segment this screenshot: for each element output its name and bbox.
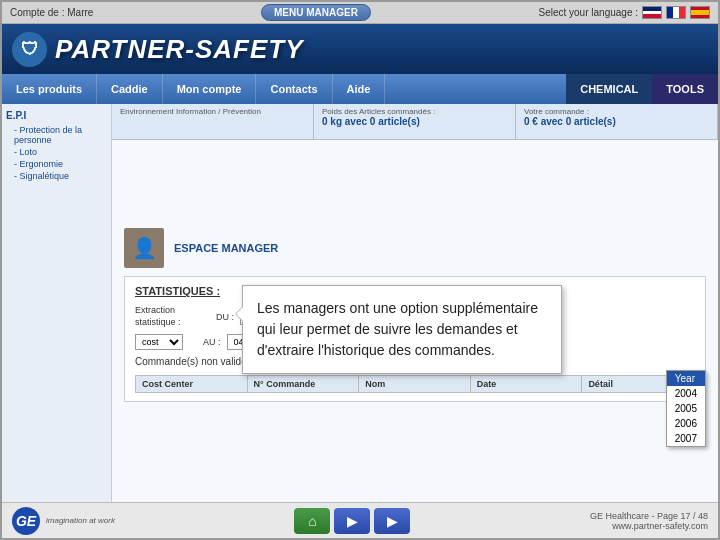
col-nom: Nom (359, 376, 471, 392)
du-label: DU : (216, 312, 234, 322)
ge-tagline: imagination at work (46, 516, 115, 525)
sidebar-item-protection[interactable]: Protection de la personne (6, 124, 107, 146)
dropdown-2005[interactable]: 2005 (667, 401, 705, 416)
flag-es[interactable] (690, 6, 710, 19)
info-order-value: 0 € avec 0 article(s) (524, 116, 709, 127)
top-bar: Compte de : Marre MENU MANAGER Select yo… (2, 2, 718, 24)
manager-header: 👤 ESPACE MANAGER (124, 228, 706, 268)
info-weight-label: Poids des Articles commandés : (322, 107, 507, 116)
info-env-label: Environnement Information / Prévention (120, 107, 305, 116)
logo-icon: 🛡 (12, 32, 47, 67)
menu-manager-button[interactable]: MENU MANAGER (261, 4, 371, 21)
cost-select[interactable]: cost (135, 334, 183, 350)
col-commande: N° Commande (248, 376, 360, 392)
dropdown-2007[interactable]: 2007 (667, 431, 705, 446)
logo-bar: 🛡 PARTNER-SAFETY (2, 24, 718, 74)
nav-produits[interactable]: Les produits (2, 74, 97, 104)
ge-logo: GE imagination at work (12, 507, 115, 535)
info-bars: Environnement Information / Prévention P… (112, 104, 718, 140)
manager-title: ESPACE MANAGER (174, 242, 278, 254)
au-label: AU : (203, 337, 221, 347)
page-number: GE Healthcare - Page 17 / 48 (590, 511, 708, 521)
table-header: Cost Center N° Commande Nom Date Détail (135, 375, 695, 393)
page-info: GE Healthcare - Page 17 / 48 www.partner… (590, 511, 708, 531)
nav-caddie[interactable]: Caddie (97, 74, 163, 104)
logo-text: PARTNER-SAFETY (55, 34, 304, 65)
website: www.partner-safety.com (590, 521, 708, 531)
info-order-label: Votre commande : (524, 107, 709, 116)
year-dropdown[interactable]: Year 2004 2005 2006 2007 (666, 370, 706, 447)
ge-circle: GE (12, 507, 40, 535)
account-label: Compte de : Marre (10, 7, 93, 18)
manager-section: Les managers ont une option supplémentai… (112, 140, 718, 502)
info-order: Votre commande : 0 € avec 0 article(s) (516, 104, 718, 139)
info-weight-value: 0 kg avec 0 article(s) (322, 116, 507, 127)
bottom-bar: GE imagination at work ⌂ ▶ ▶ GE Healthca… (2, 502, 718, 538)
sidebar-item-loto[interactable]: Loto (6, 146, 107, 158)
language-label: Select your language : (538, 7, 638, 18)
nav-compte[interactable]: Mon compte (163, 74, 257, 104)
next-next-button[interactable]: ▶ (374, 508, 410, 534)
flag-fr[interactable] (666, 6, 686, 19)
nav-chemical[interactable]: CHEMICAL (566, 74, 652, 104)
sidebar-item-ergonomie[interactable]: Ergonomie (6, 158, 107, 170)
nav-contacts[interactable]: Contacts (256, 74, 332, 104)
tooltip-overlay: Les managers ont une option supplémentai… (242, 285, 562, 374)
content-area: E.P.I Protection de la personne Loto Erg… (2, 104, 718, 502)
extraction-label: Extraction statistique : (135, 305, 210, 328)
dropdown-2004[interactable]: 2004 (667, 386, 705, 401)
nav-tools[interactable]: TOOLS (652, 74, 718, 104)
sidebar: E.P.I Protection de la personne Loto Erg… (2, 104, 112, 502)
col-cost-center: Cost Center (136, 376, 248, 392)
sidebar-section-epi: E.P.I (6, 110, 107, 121)
main-content: Environnement Information / Prévention P… (112, 104, 718, 502)
dropdown-2006[interactable]: 2006 (667, 416, 705, 431)
nav-aide[interactable]: Aide (333, 74, 386, 104)
tooltip-text: Les managers ont une option supplémentai… (257, 300, 538, 358)
info-environment: Environnement Information / Prévention (112, 104, 314, 139)
flag-uk[interactable] (642, 6, 662, 19)
col-date: Date (471, 376, 583, 392)
manager-avatar: 👤 (124, 228, 164, 268)
next-button[interactable]: ▶ (334, 508, 370, 534)
language-selector: Select your language : (538, 6, 710, 19)
sidebar-item-signaletique[interactable]: Signalétique (6, 170, 107, 182)
home-button[interactable]: ⌂ (294, 508, 330, 534)
nav-bar: Les produits Caddie Mon compte Contacts … (2, 74, 718, 104)
info-weight: Poids des Articles commandés : 0 kg avec… (314, 104, 516, 139)
nav-arrows: ⌂ ▶ ▶ (294, 508, 410, 534)
dropdown-year[interactable]: Year (667, 371, 705, 386)
